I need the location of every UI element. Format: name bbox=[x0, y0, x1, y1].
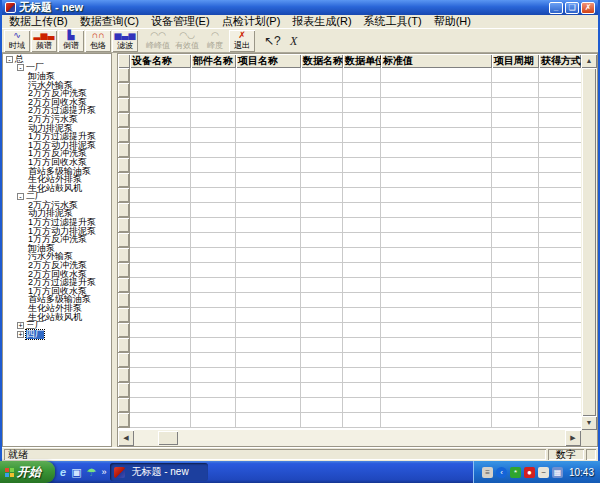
grid-cell[interactable] bbox=[539, 338, 581, 353]
grid-cell[interactable] bbox=[343, 398, 381, 413]
titlebar[interactable]: 无标题 - new _ ❏ ✗ bbox=[2, 0, 598, 15]
grid-cell[interactable] bbox=[381, 83, 492, 98]
grid-cell[interactable] bbox=[191, 128, 236, 143]
grid-cell[interactable] bbox=[301, 158, 343, 173]
grid-cell[interactable] bbox=[381, 233, 492, 248]
grid-cell[interactable] bbox=[301, 263, 343, 278]
grid-cell[interactable] bbox=[236, 323, 301, 338]
grid-cell[interactable] bbox=[539, 173, 581, 188]
grid-cell[interactable] bbox=[381, 98, 492, 113]
grid-cell[interactable] bbox=[301, 248, 343, 263]
grid-cell[interactable] bbox=[381, 383, 492, 398]
scroll-right-icon[interactable]: ▶ bbox=[565, 430, 581, 446]
grid-cell[interactable] bbox=[539, 368, 581, 383]
row-selector-cell[interactable] bbox=[118, 338, 130, 353]
grid-cell[interactable] bbox=[539, 293, 581, 308]
grid-cell[interactable] bbox=[381, 413, 492, 428]
grid-cell[interactable] bbox=[236, 68, 301, 83]
row-selector-cell[interactable] bbox=[118, 68, 130, 83]
grid-cell[interactable] bbox=[492, 203, 539, 218]
grid-cell[interactable] bbox=[539, 188, 581, 203]
grid-cell[interactable] bbox=[539, 218, 581, 233]
show-desktop-icon[interactable]: ▣ bbox=[71, 463, 81, 481]
grid-cell[interactable] bbox=[539, 353, 581, 368]
toolbar-context-help[interactable]: ↖? bbox=[262, 30, 283, 52]
grid-cell[interactable] bbox=[492, 218, 539, 233]
grid-cell[interactable] bbox=[191, 293, 236, 308]
grid-cell[interactable] bbox=[301, 308, 343, 323]
grid-cell[interactable] bbox=[301, 98, 343, 113]
grid-cell[interactable] bbox=[301, 128, 343, 143]
grid-cell[interactable] bbox=[492, 398, 539, 413]
grid-cell[interactable] bbox=[343, 233, 381, 248]
grid-cell[interactable] bbox=[343, 143, 381, 158]
grid-cell[interactable] bbox=[539, 398, 581, 413]
grid-cell[interactable] bbox=[236, 128, 301, 143]
tree-node[interactable]: +四厂 bbox=[4, 330, 111, 339]
row-selector-cell[interactable] bbox=[118, 83, 130, 98]
grid-cell[interactable] bbox=[381, 113, 492, 128]
grid-cell[interactable] bbox=[191, 368, 236, 383]
grid-cell[interactable] bbox=[301, 83, 343, 98]
grid-cell[interactable] bbox=[130, 98, 191, 113]
tree-node[interactable]: 生化站鼓风机 bbox=[4, 184, 111, 193]
grid-cell[interactable] bbox=[301, 293, 343, 308]
grid-cell[interactable] bbox=[492, 83, 539, 98]
grid-cell[interactable] bbox=[343, 188, 381, 203]
grid-cell[interactable] bbox=[301, 383, 343, 398]
toolbar-exit[interactable]: ✗退出 bbox=[229, 30, 255, 52]
grid-cell[interactable] bbox=[492, 158, 539, 173]
grid-cell[interactable] bbox=[301, 143, 343, 158]
grid-cell[interactable] bbox=[301, 323, 343, 338]
network-icon[interactable]: ▦ bbox=[552, 467, 563, 478]
grid-cell[interactable] bbox=[539, 308, 581, 323]
start-button[interactable]: 开始 bbox=[0, 461, 55, 483]
grid-cell[interactable] bbox=[343, 83, 381, 98]
grid-cell[interactable] bbox=[191, 278, 236, 293]
row-selector-cell[interactable] bbox=[118, 218, 130, 233]
taskbar-task-button[interactable]: 无标题 - new bbox=[110, 463, 208, 481]
row-selector-cell[interactable] bbox=[118, 398, 130, 413]
grid-cell[interactable] bbox=[539, 233, 581, 248]
grid-cell[interactable] bbox=[343, 158, 381, 173]
row-selector-cell[interactable] bbox=[118, 263, 130, 278]
umbrella-icon[interactable]: ☂ bbox=[87, 463, 97, 481]
tree-expand-icon[interactable]: + bbox=[17, 331, 24, 338]
tree-expand-icon[interactable]: - bbox=[17, 193, 24, 200]
minimize-button[interactable]: _ bbox=[549, 2, 563, 14]
grid-cell[interactable] bbox=[381, 188, 492, 203]
grid-cell[interactable] bbox=[343, 293, 381, 308]
grid-cell[interactable] bbox=[539, 68, 581, 83]
grid-cell[interactable] bbox=[539, 323, 581, 338]
grid-cell[interactable] bbox=[381, 353, 492, 368]
grid-cell[interactable] bbox=[492, 128, 539, 143]
grid-cell[interactable] bbox=[492, 233, 539, 248]
grid-cell[interactable] bbox=[492, 188, 539, 203]
grid-cell[interactable] bbox=[236, 203, 301, 218]
grid-cell[interactable] bbox=[381, 158, 492, 173]
grid-cell[interactable] bbox=[492, 278, 539, 293]
grid-cell[interactable] bbox=[301, 353, 343, 368]
menu-item-data-query[interactable]: 数据查询(C) bbox=[74, 15, 145, 28]
grid-cell[interactable] bbox=[381, 263, 492, 278]
grid-cell[interactable] bbox=[492, 68, 539, 83]
grid-cell[interactable] bbox=[343, 68, 381, 83]
grid-cell[interactable] bbox=[236, 278, 301, 293]
grid-cell[interactable] bbox=[381, 338, 492, 353]
grid-cell[interactable] bbox=[191, 98, 236, 113]
row-selector-cell[interactable] bbox=[118, 413, 130, 428]
scroll-down-icon[interactable]: ▼ bbox=[581, 416, 597, 430]
grid-cell[interactable] bbox=[191, 383, 236, 398]
grid-cell[interactable] bbox=[236, 248, 301, 263]
grid-cell[interactable] bbox=[381, 143, 492, 158]
row-selector-cell[interactable] bbox=[118, 383, 130, 398]
grid-cell[interactable] bbox=[130, 113, 191, 128]
grid-cell[interactable] bbox=[492, 368, 539, 383]
tree-node[interactable]: -总 bbox=[4, 55, 111, 64]
tree-expand-icon[interactable]: + bbox=[17, 322, 24, 329]
grid-cell[interactable] bbox=[343, 368, 381, 383]
menu-item-report-generate[interactable]: 报表生成(R) bbox=[286, 15, 357, 28]
grid-cell[interactable] bbox=[236, 413, 301, 428]
vertical-scroll-thumb[interactable] bbox=[582, 68, 596, 416]
grid-cell[interactable] bbox=[539, 98, 581, 113]
